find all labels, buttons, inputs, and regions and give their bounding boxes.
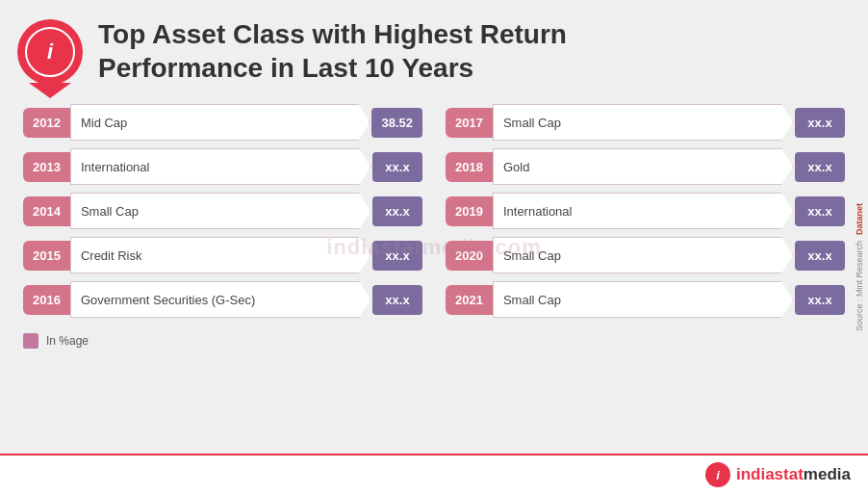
table-row: 2017 Small Cap xx.x <box>446 104 845 141</box>
label-cell: Small Cap <box>493 281 793 318</box>
main-container: i Top Asset Class with Highest Return Pe… <box>0 0 868 494</box>
label-cell: International <box>493 193 793 229</box>
content-area: 2012 Mid Cap 38.52 2013 International xx… <box>0 94 868 325</box>
label-cell: Small Cap <box>493 104 793 141</box>
year-badge: 2018 <box>446 152 493 182</box>
table-row: 2013 International xx.x <box>23 148 422 185</box>
legend-color-box <box>23 333 38 349</box>
table-row: 2012 Mid Cap 38.52 <box>23 104 422 141</box>
logo-badge: i <box>17 19 83 85</box>
value-badge: xx.x <box>795 241 845 271</box>
value-badge: xx.x <box>795 285 845 315</box>
year-badge: 2019 <box>446 196 493 226</box>
logo-icon: i <box>25 27 75 77</box>
year-badge: 2012 <box>23 108 70 138</box>
year-badge: 2014 <box>23 196 70 226</box>
left-column: 2012 Mid Cap 38.52 2013 International xx… <box>23 104 422 318</box>
value-badge: xx.x <box>795 196 845 226</box>
year-badge: 2017 <box>446 108 493 138</box>
table-row: 2015 Credit Risk xx.x <box>23 237 422 273</box>
table-row: 2016 Government Securities (G-Sec) xx.x <box>23 281 422 318</box>
table-row: 2019 International xx.x <box>446 193 845 229</box>
value-badge: xx.x <box>372 285 422 315</box>
label-cell: Gold <box>493 148 793 185</box>
value-badge: xx.x <box>372 241 422 271</box>
title-line2: Performance in Last 10 Years <box>98 53 473 83</box>
label-cell: International <box>70 148 370 185</box>
label-cell: Mid Cap <box>70 104 370 141</box>
brand-name: indiastatmedia <box>736 465 851 484</box>
legend: In %age <box>0 325 868 349</box>
value-badge: 38.52 <box>371 108 422 138</box>
title-line1: Top Asset Class with Highest Return <box>98 19 567 49</box>
brand-logo: i indiastatmedia <box>705 462 851 487</box>
table-row: 2018 Gold xx.x <box>446 148 845 185</box>
value-badge: xx.x <box>795 152 845 182</box>
brand-circle-icon: i <box>705 462 730 487</box>
header: i Top Asset Class with Highest Return Pe… <box>0 0 868 94</box>
data-grid: 2012 Mid Cap 38.52 2013 International xx… <box>23 104 845 318</box>
year-badge: 2015 <box>23 241 70 271</box>
table-row: 2021 Small Cap xx.x <box>446 281 845 318</box>
page-title: Top Asset Class with Highest Return Perf… <box>98 17 567 85</box>
value-badge: xx.x <box>372 196 422 226</box>
year-badge: 2016 <box>23 285 70 315</box>
value-badge: xx.x <box>795 108 845 138</box>
year-badge: 2013 <box>23 152 70 182</box>
table-row: 2020 Small Cap xx.x <box>446 237 845 273</box>
source-label: Source : Mint Research <box>855 241 864 331</box>
label-cell: Small Cap <box>493 237 793 273</box>
label-cell: Credit Risk <box>70 237 370 273</box>
year-badge: 2021 <box>446 285 493 315</box>
bottom-bar: i indiastatmedia <box>0 454 868 494</box>
datanet-label: Datanet <box>855 203 864 235</box>
table-row: 2014 Small Cap xx.x <box>23 193 422 229</box>
year-badge: 2020 <box>446 241 493 271</box>
legend-label: In %age <box>46 334 89 348</box>
title-block: Top Asset Class with Highest Return Perf… <box>98 17 567 85</box>
label-cell: Small Cap <box>70 193 370 229</box>
right-column: 2017 Small Cap xx.x 2018 Gold xx.x 2019 … <box>446 104 845 318</box>
label-cell: Government Securities (G-Sec) <box>70 281 370 318</box>
value-badge: xx.x <box>372 152 422 182</box>
